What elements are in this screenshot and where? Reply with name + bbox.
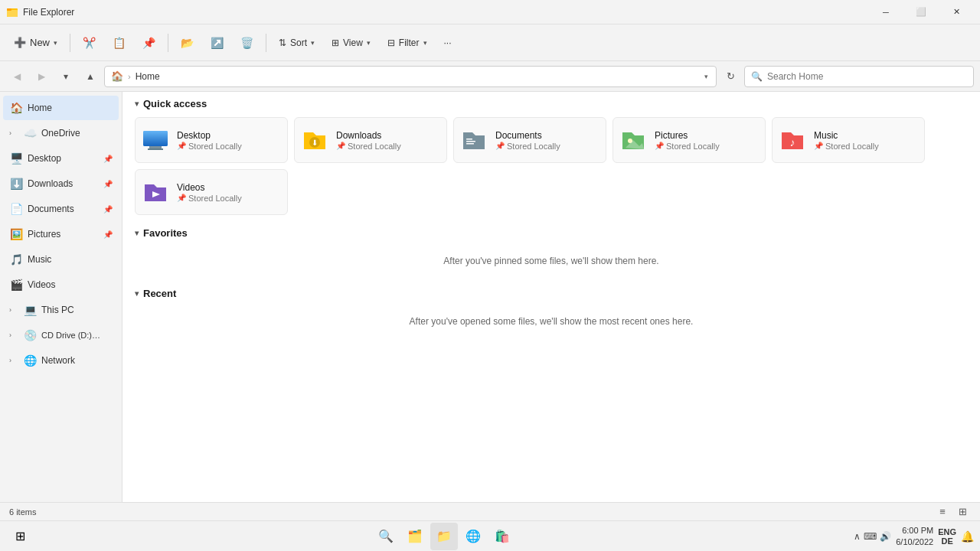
cut2-button[interactable]: 📂 [173, 29, 201, 57]
start-button[interactable]: ⊞ [6, 523, 34, 550]
sidebar-item-videos[interactable]: 🎬 Videos [3, 272, 119, 297]
downloads-pin-icon: 📌 [103, 180, 113, 188]
music-folder-info: Music 📌 Stored Locally [814, 130, 879, 151]
copy-button[interactable]: 📋 [105, 29, 133, 57]
taskbar-center: 🔍 🗂️ 📁 🌐 🛍️ [372, 523, 516, 550]
svg-rect-1 [7, 10, 18, 17]
taskbar-search-button[interactable]: 🔍 [372, 523, 400, 550]
tray-keyboard-icon: ⌨ [864, 531, 877, 542]
pictures-folder-sub: Stored Locally [666, 142, 720, 151]
onedrive-icon: ☁️ [23, 127, 37, 139]
folder-card-pictures[interactable]: Pictures 📌 Stored Locally [612, 117, 766, 163]
taskbar-edge-button[interactable]: 🌐 [459, 523, 487, 550]
address-bar[interactable]: 🏠 › Home ▾ [104, 66, 717, 87]
forward-button[interactable]: ▶ [31, 66, 52, 87]
taskbar-store-button[interactable]: 🛍️ [488, 523, 516, 550]
home-icon: 🏠 [111, 70, 123, 82]
downloads-folder-sub: Stored Locally [348, 142, 401, 151]
taskbar: ⊞ 🔍 🗂️ 📁 🌐 🛍️ ∧ ⌨ 🔊 6:00 PM 6/10/2022 EN… [0, 520, 980, 551]
sidebar-item-label: OneDrive [41, 128, 80, 139]
music-folder-icon: ♪ [779, 126, 806, 154]
recent-empty: After you've opened some files, we'll sh… [135, 307, 968, 336]
address-dropdown-icon[interactable]: ▾ [703, 71, 710, 82]
search-input[interactable] [767, 71, 967, 82]
paste-icon: 📌 [142, 37, 155, 49]
folder-card-videos[interactable]: Videos 📌 Stored Locally [135, 169, 288, 215]
folder-card-documents[interactable]: Documents 📌 Stored Locally [453, 117, 606, 163]
sidebar-item-label: Downloads [28, 178, 73, 189]
recent-header[interactable]: ▾ Recent [135, 288, 968, 299]
taskbar-time: 6:00 PM [896, 525, 933, 536]
taskbar-taskview-button[interactable]: 🗂️ [401, 523, 429, 550]
sidebar-item-home[interactable]: 🏠 Home [3, 96, 119, 120]
videos-folder-icon [142, 178, 169, 206]
up-button[interactable]: ▲ [80, 66, 101, 87]
clock[interactable]: 6:00 PM 6/10/2022 [896, 525, 933, 547]
tray-volume-icon[interactable]: 🔊 [880, 531, 891, 542]
share-button[interactable]: ↗️ [203, 29, 231, 57]
new-button[interactable]: ➕ New ▾ [6, 29, 65, 57]
sidebar-item-desktop[interactable]: 🖥️ Desktop 📌 [3, 146, 119, 171]
documents-folder-name: Documents [495, 130, 560, 141]
folder-card-downloads[interactable]: ⬇ Downloads 📌 Stored Locally [294, 117, 447, 163]
address-separator: › [128, 72, 131, 81]
filter-chevron: ▾ [423, 39, 427, 47]
sidebar-item-downloads[interactable]: ⬇️ Downloads 📌 [3, 171, 119, 196]
tray-expand-icon[interactable]: ∧ [854, 531, 861, 542]
favorites-header[interactable]: ▾ Favorites [135, 227, 968, 239]
documents-folder-icon [460, 126, 488, 154]
filter-button[interactable]: ⊟ Filter ▾ [380, 29, 435, 57]
delete-button[interactable]: 🗑️ [233, 29, 261, 57]
downloads-card-pin-icon: 📌 [336, 142, 345, 150]
app-icon [6, 6, 18, 18]
sidebar-item-music[interactable]: 🎵 Music [3, 247, 119, 272]
folder-card-desktop[interactable]: Desktop 📌 Stored Locally [135, 117, 288, 163]
filter-icon: ⊟ [387, 37, 395, 48]
list-view-button[interactable]: ≡ [934, 505, 951, 519]
new-icon: ➕ [14, 37, 26, 48]
cut-button[interactable]: ✂️ [75, 29, 103, 57]
documents-sidebar-icon: 📄 [9, 203, 23, 215]
view-button[interactable]: ⊞ View ▾ [324, 29, 378, 57]
taskbar-left: ⊞ [6, 523, 34, 550]
sort-button[interactable]: ⇅ Sort ▾ [271, 29, 322, 57]
recent-locations-button[interactable]: ▾ [55, 66, 77, 87]
onedrive-expand-icon: › [9, 129, 18, 137]
svg-rect-9 [466, 139, 472, 140]
cddrive-expand-icon: › [9, 331, 18, 339]
pictures-folder-icon [619, 126, 647, 154]
recent-chevron: ▾ [135, 289, 139, 298]
taskbar-explorer-button[interactable]: 📁 [430, 523, 458, 550]
network-expand-icon: › [9, 357, 18, 364]
restore-button[interactable]: ⬜ [903, 0, 939, 24]
delete-icon: 🗑️ [240, 37, 253, 49]
sort-chevron: ▾ [311, 39, 315, 47]
grid-view-button[interactable]: ⊞ [954, 505, 971, 519]
copy-icon: 📋 [113, 37, 126, 49]
paste-button[interactable]: 📌 [135, 29, 163, 57]
sidebar-item-cddrive[interactable]: › 💿 CD Drive (D:) Virtua... [3, 323, 119, 347]
sidebar-item-pictures[interactable]: 🖼️ Pictures 📌 [3, 222, 119, 246]
search-icon: 🔍 [751, 71, 763, 82]
sidebar-item-documents[interactable]: 📄 Documents 📌 [3, 197, 119, 221]
sort-icon: ⇅ [279, 37, 286, 48]
videos-sidebar-icon: 🎬 [9, 279, 23, 291]
sidebar: 🏠 Home › ☁️ OneDrive 🖥️ Desktop 📌 ⬇️ Dow… [0, 92, 122, 502]
favorites-empty: After you've pinned some files, we'll sh… [135, 246, 968, 276]
search-box[interactable]: 🔍 [744, 66, 974, 87]
pictures-card-pin-icon: 📌 [655, 142, 664, 150]
minimize-button[interactable]: ─ [868, 0, 903, 24]
notification-icon[interactable]: 🔔 [961, 530, 974, 543]
sidebar-item-thispc[interactable]: › 💻 This PC [3, 298, 119, 322]
refresh-button[interactable]: ↻ [720, 66, 741, 87]
sidebar-item-onedrive[interactable]: › ☁️ OneDrive [3, 121, 119, 145]
home-sidebar-icon: 🏠 [9, 102, 23, 114]
svg-text:⬇: ⬇ [312, 139, 318, 147]
downloads-folder-info: Downloads 📌 Stored Locally [336, 130, 401, 151]
sidebar-item-network[interactable]: › 🌐 Network [3, 348, 119, 373]
close-button[interactable]: ✕ [939, 0, 974, 24]
folder-card-music[interactable]: ♪ Music 📌 Stored Locally [772, 117, 925, 163]
back-button[interactable]: ◀ [6, 66, 28, 87]
more-button[interactable]: ··· [436, 29, 459, 57]
quick-access-header[interactable]: ▾ Quick access [135, 98, 968, 109]
